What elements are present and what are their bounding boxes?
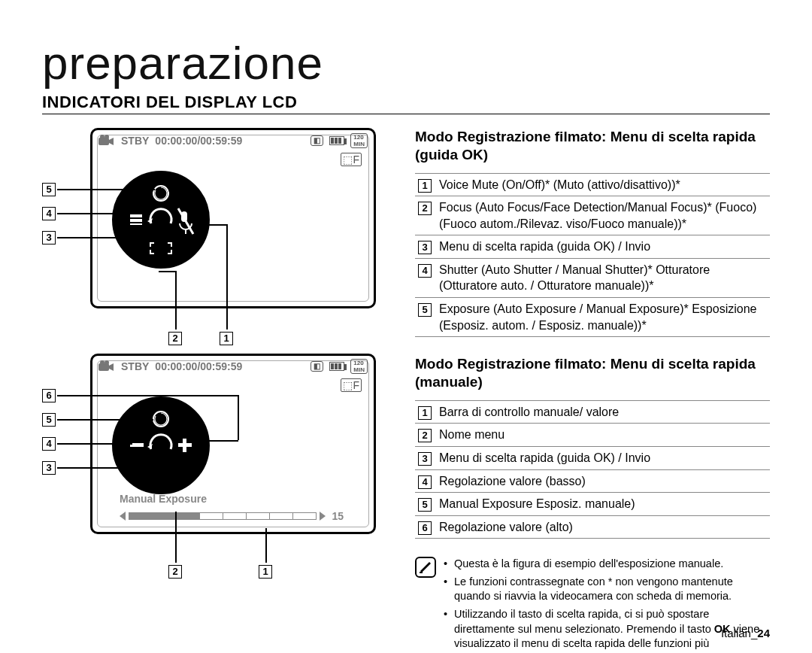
manual-menu-heading: Modo Registrazione filmato: Menu di scel… xyxy=(415,355,770,391)
table-row: 1Voice Mute (On/Off)* (Muto (attivo/disa… xyxy=(415,173,770,196)
note-icon xyxy=(415,557,436,578)
table-row: 5Manual Exposure Esposiz. manuale) xyxy=(415,493,770,516)
diagram-manual-menu: STBY 00:00:00/00:59:59 ◧ 120MIN ⬚F xyxy=(42,354,388,594)
quick-menu-table: 1Voice Mute (On/Off)* (Muto (attivo/disa… xyxy=(415,173,770,338)
page-footer: Italian_24 xyxy=(721,627,770,639)
svg-rect-5 xyxy=(130,214,142,217)
svg-rect-6 xyxy=(130,219,142,222)
manual-value-bar: 15 xyxy=(120,511,344,521)
page-title: preparazione xyxy=(42,36,770,90)
triangle-right-icon xyxy=(320,512,326,521)
callout-b4: 4 xyxy=(42,437,56,451)
table-row: 2Nome menu xyxy=(415,424,770,447)
note-item: Le funzioni contrassegnate con * non ven… xyxy=(444,575,770,604)
status-mode: STBY xyxy=(121,135,149,147)
svg-point-2 xyxy=(105,135,109,139)
callout-b5: 5 xyxy=(42,413,56,427)
note-item: Questa è la figura di esempio dell'espos… xyxy=(444,557,770,572)
svg-rect-19 xyxy=(420,572,423,573)
callout-b2: 2 xyxy=(168,565,182,579)
nav-dial-1 xyxy=(112,171,210,269)
callout-3: 3 xyxy=(42,231,56,244)
battery-icon xyxy=(329,136,344,145)
triangle-left-icon xyxy=(120,512,126,521)
callout-4: 4 xyxy=(42,207,56,220)
callout-1: 1 xyxy=(220,332,233,345)
svg-rect-18 xyxy=(183,439,186,452)
card-icon: ◧ xyxy=(311,361,323,372)
table-row: 1Barra di controllo manuale/ valore xyxy=(415,400,770,424)
status-timecode: 00:00:00/00:59:59 xyxy=(155,135,242,147)
svg-point-12 xyxy=(100,360,105,365)
section-heading: INDICATORI DEL DISPLAY LCD xyxy=(42,93,770,112)
table-row: 2Focus (Auto Focus/Face Detection/Manual… xyxy=(415,196,770,235)
quick-menu-heading: Modo Registrazione filmato: Menu di scel… xyxy=(415,128,770,164)
section-rule xyxy=(42,114,770,114)
battery-icon xyxy=(329,362,344,371)
descriptions-column: Modo Registrazione filmato: Menu di scel… xyxy=(415,128,770,653)
callout-b3: 3 xyxy=(42,461,56,475)
camcorder-icon xyxy=(98,135,115,147)
table-row: 6Regolazione valore (alto) xyxy=(415,515,770,539)
table-row: 4Shutter (Auto Shutter / Manual Shutter)… xyxy=(415,258,770,297)
table-row: 5Exposure (Auto Exposure / Manual Exposu… xyxy=(415,298,770,337)
rec-time-badge: 120MIN xyxy=(350,133,368,148)
table-row: 4Regolazione valore (basso) xyxy=(415,469,770,493)
callout-5: 5 xyxy=(42,183,56,196)
svg-point-13 xyxy=(105,360,109,365)
callout-b6: 6 xyxy=(42,389,56,402)
status-mode: STBY xyxy=(121,360,149,372)
diagrams-column: STBY 00:00:00/00:59:59 ◧ 120MIN ⬚F xyxy=(42,128,388,653)
table-row: 3Menu di scelta rapida (guida OK) / Invi… xyxy=(415,235,770,259)
svg-rect-7 xyxy=(130,223,142,225)
sd-indicator-icon: ⬚F xyxy=(341,153,362,166)
lcd-screen-1: STBY 00:00:00/00:59:59 ◧ 120MIN ⬚F xyxy=(90,128,376,308)
callout-2: 2 xyxy=(168,332,182,345)
manual-value: 15 xyxy=(332,510,344,522)
manual-exposure-label: Manual Exposure xyxy=(120,493,207,505)
note-box: Questa è la figura di esempio dell'espos… xyxy=(415,557,770,653)
diagram-quick-menu: STBY 00:00:00/00:59:59 ◧ 120MIN ⬚F xyxy=(42,128,388,354)
sd-indicator-icon: ⬚F xyxy=(341,378,362,392)
manual-menu-table: 1Barra di controllo manuale/ valore 2Nom… xyxy=(415,400,770,539)
svg-point-1 xyxy=(100,135,105,139)
camcorder-icon xyxy=(98,360,115,372)
nav-dial-2 xyxy=(112,396,210,494)
card-icon: ◧ xyxy=(311,135,323,146)
callout-b1: 1 xyxy=(259,565,272,579)
rec-time-badge: 120MIN xyxy=(350,359,368,374)
lcd-screen-2: STBY 00:00:00/00:59:59 ◧ 120MIN ⬚F xyxy=(90,354,376,534)
status-timecode: 00:00:00/00:59:59 xyxy=(155,360,242,372)
table-row: 3Menu di scelta rapida (guida OK) / Invi… xyxy=(415,446,770,469)
